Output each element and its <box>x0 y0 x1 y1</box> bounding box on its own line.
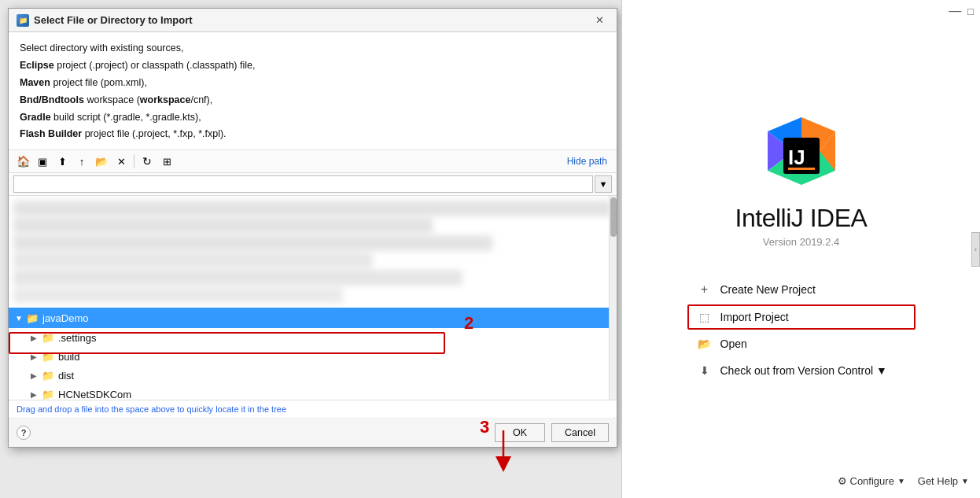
open-label: Open <box>720 338 747 350</box>
ij-logo: IJ <box>766 116 837 190</box>
path-browse-button[interactable]: ▼ <box>595 175 612 193</box>
tree-item-dist[interactable]: ▶ 📁 dist <box>9 366 617 385</box>
checkout-icon: ⬇ <box>697 364 713 377</box>
scrollbar-thumb <box>610 197 617 237</box>
refresh-button[interactable]: ↻ <box>138 153 157 170</box>
dialog-icon: 📁 <box>17 14 29 27</box>
configure-label: Configure <box>850 475 894 487</box>
up-button[interactable]: ⬆ <box>53 153 72 170</box>
ij-checkout[interactable]: ⬇ Check out from Version Control ▼ <box>687 358 916 383</box>
checkout-label: Check out from Version Control ▼ <box>720 364 887 377</box>
cancel-button[interactable]: Cancel <box>551 423 609 442</box>
import-dialog: 📁 Select File or Directory to Import ✕ S… <box>8 8 617 448</box>
configure-chevron: ▼ <box>897 477 905 485</box>
ij-open[interactable]: 📂 Open <box>687 331 916 356</box>
delete-button[interactable]: ✕ <box>112 153 131 170</box>
ij-maximize-button[interactable]: □ <box>967 6 974 17</box>
path-input[interactable] <box>13 175 593 193</box>
create-project-icon: + <box>697 282 713 297</box>
new-dir-button[interactable]: 📂 <box>92 153 111 170</box>
tree-item-javaDemo[interactable]: ▼ 📁 javaDemo <box>9 308 617 328</box>
path-input-row: ▼ <box>9 173 617 196</box>
home-button[interactable]: 🏠 <box>13 153 32 170</box>
ij-bottom-bar: ⚙ Configure ▼ Get Help ▼ <box>838 475 970 487</box>
import-project-icon: ⬚ <box>697 311 713 323</box>
drag-hint: Drag and drop a file into the space abov… <box>9 400 617 419</box>
expand-handle[interactable]: › <box>971 232 980 267</box>
get-help-chevron: ▼ <box>961 477 969 485</box>
tree-item-build[interactable]: ▶ 📁 build <box>9 347 617 366</box>
svg-rect-10 <box>788 168 815 170</box>
dialog-description: Select directory with existing sources, … <box>9 32 617 150</box>
tree-item-settings[interactable]: ▶ 📁 .settings <box>9 328 617 347</box>
ok-button[interactable]: OK <box>495 423 545 442</box>
get-help-label: Get Help <box>918 475 958 487</box>
open-icon: 📂 <box>697 338 713 350</box>
dialog-close-button[interactable]: ✕ <box>591 13 609 28</box>
ij-app-title: IntelliJ IDEA <box>735 204 868 233</box>
dialog-footer: ? OK Cancel <box>9 419 617 447</box>
expand-all-button[interactable]: ⊞ <box>157 153 176 170</box>
dialog-title: Select File or Directory to Import <box>34 14 193 26</box>
ij-create-new-project[interactable]: + Create New Project <box>687 276 916 303</box>
hide-path-link[interactable]: Hide path <box>567 156 612 167</box>
svg-text:IJ: IJ <box>788 146 805 169</box>
help-button[interactable]: ? <box>17 426 31 440</box>
ij-import-project[interactable]: ⬚ Import Project <box>687 304 916 330</box>
ij-get-help-button[interactable]: Get Help ▼ <box>918 475 969 487</box>
tree-item-hcnetsdkcom[interactable]: ▶ 📁 HCNetSDKCom <box>9 385 617 400</box>
configure-icon: ⚙ <box>838 475 847 487</box>
ij-configure-button[interactable]: ⚙ Configure ▼ <box>838 475 905 487</box>
intellij-panel: — □ IJ IntelliJ <box>621 0 980 498</box>
new-folder-button[interactable]: ▣ <box>33 153 52 170</box>
file-tree: ▼ 📁 javaDemo ▶ 📁 .settings ▶ 📁 build ▶ 📁… <box>9 196 617 400</box>
ij-minimize-button[interactable]: — <box>949 5 961 17</box>
up-alt-button[interactable]: ↑ <box>72 153 91 170</box>
create-project-label: Create New Project <box>720 283 816 296</box>
scrollbar-track[interactable] <box>609 196 617 400</box>
import-project-label: Import Project <box>720 311 789 323</box>
dialog-titlebar: 📁 Select File or Directory to Import ✕ <box>9 9 617 32</box>
file-toolbar: 🏠 ▣ ⬆ ↑ 📂 ✕ ↻ ⊞ Hide path <box>9 150 617 173</box>
ij-actions: + Create New Project ⬚ Import Project 📂 … <box>687 276 916 383</box>
ij-window-controls: — □ <box>942 0 980 22</box>
ij-version: Version 2019.2.4 <box>763 236 840 248</box>
